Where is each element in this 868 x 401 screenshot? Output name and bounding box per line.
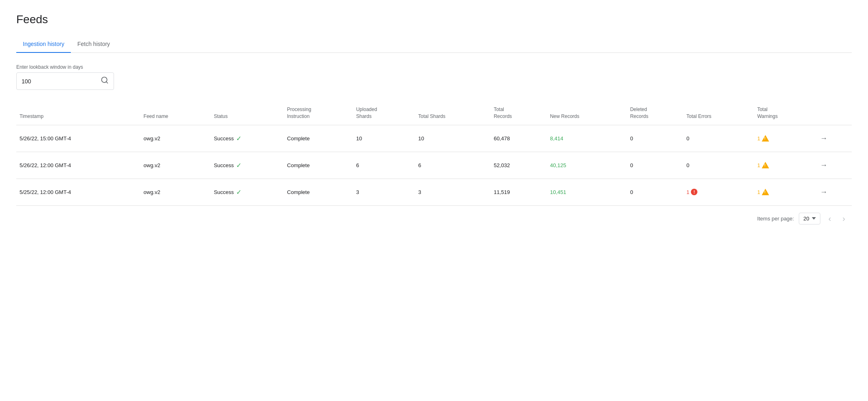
table-row: 5/26/22, 15:00 GMT-4owg.v2Success✓Comple… [16, 125, 852, 152]
items-per-page-value: 20 [803, 216, 809, 222]
col-header-action [815, 103, 852, 125]
cell-total-errors: 1 ! [683, 179, 754, 205]
check-icon: ✓ [236, 161, 241, 169]
svg-line-1 [106, 82, 108, 83]
error-icon: ! [691, 189, 697, 195]
cell-action: → [815, 179, 852, 205]
cell-uploaded-shards: 10 [353, 125, 415, 152]
cell-action: → [815, 152, 852, 179]
cell-feed-name: owg.v2 [140, 179, 211, 205]
tab-ingestion-history[interactable]: Ingestion history [16, 36, 71, 53]
cell-total-warnings: 1 ! [754, 179, 815, 205]
cell-total-shards: 6 [415, 152, 490, 179]
col-header-new-records: New Records [547, 103, 627, 125]
cell-total-errors: 0 [683, 152, 754, 179]
search-input[interactable] [22, 78, 101, 85]
cell-deleted-records: 0 [627, 125, 683, 152]
new-records-value: 10,451 [550, 189, 566, 195]
warning-icon: ! [762, 162, 769, 168]
col-header-total-shards: Total Shards [415, 103, 490, 125]
prev-page-button[interactable]: ‹ [825, 212, 835, 225]
warning-count: 1 [757, 135, 760, 142]
cell-feed-name: owg.v2 [140, 125, 211, 152]
items-per-page-select[interactable]: 20 [799, 213, 820, 224]
status-text: Success [214, 135, 234, 142]
table-row: 5/25/22, 12:00 GMT-4owg.v2Success✓Comple… [16, 179, 852, 205]
next-page-button[interactable]: › [839, 212, 848, 225]
warning-icon: ! [762, 135, 769, 142]
col-header-status: Status [210, 103, 284, 125]
check-icon: ✓ [236, 188, 241, 196]
new-records-value: 40,125 [550, 162, 566, 168]
cell-deleted-records: 0 [627, 179, 683, 205]
status-text: Success [214, 189, 234, 195]
cell-total-shards: 10 [415, 125, 490, 152]
cell-uploaded-shards: 3 [353, 179, 415, 205]
col-header-feed-name: Feed name [140, 103, 211, 125]
cell-total-errors: 0 [683, 125, 754, 152]
search-label: Enter lookback window in days [16, 64, 852, 70]
tabs-container: Ingestion history Fetch history [16, 36, 852, 53]
cell-total-shards: 3 [415, 179, 490, 205]
error-count: 1 [686, 189, 689, 195]
ingestion-table: Timestamp Feed name Status ProcessingIns… [16, 103, 852, 206]
chevron-down-icon [812, 217, 816, 220]
cell-total-records: 52,032 [491, 152, 547, 179]
cell-processing-instruction: Complete [284, 152, 353, 179]
table-header-row: Timestamp Feed name Status ProcessingIns… [16, 103, 852, 125]
row-detail-button[interactable]: → [818, 186, 829, 198]
cell-new-records: 10,451 [547, 179, 627, 205]
main-page: Feeds Ingestion history Fetch history En… [0, 0, 868, 244]
col-header-timestamp: Timestamp [16, 103, 140, 125]
cell-timestamp: 5/25/22, 12:00 GMT-4 [16, 179, 140, 205]
cell-total-records: 60,478 [491, 125, 547, 152]
cell-feed-name: owg.v2 [140, 152, 211, 179]
cell-total-warnings: 1 ! [754, 152, 815, 179]
pagination: Items per page: 20 ‹ › [16, 206, 852, 231]
cell-status: Success✓ [210, 152, 284, 179]
col-header-processing-instruction: ProcessingInstruction [284, 103, 353, 125]
cell-status: Success✓ [210, 179, 284, 205]
search-section: Enter lookback window in days [16, 64, 852, 90]
col-header-deleted-records: DeletedRecords [627, 103, 683, 125]
col-header-total-errors: Total Errors [683, 103, 754, 125]
table-row: 5/26/22, 12:00 GMT-4owg.v2Success✓Comple… [16, 152, 852, 179]
items-per-page-label: Items per page: [757, 216, 794, 222]
tab-fetch-history[interactable]: Fetch history [71, 36, 116, 53]
check-icon: ✓ [236, 135, 241, 142]
warning-icon: ! [762, 189, 769, 195]
page-title: Feeds [16, 13, 852, 26]
cell-uploaded-shards: 6 [353, 152, 415, 179]
warning-count: 1 [757, 189, 760, 195]
col-header-total-warnings: TotalWarnings [754, 103, 815, 125]
new-records-value: 8,414 [550, 135, 563, 142]
cell-processing-instruction: Complete [284, 179, 353, 205]
status-text: Success [214, 162, 234, 168]
search-box [16, 72, 114, 90]
cell-new-records: 40,125 [547, 152, 627, 179]
cell-new-records: 8,414 [547, 125, 627, 152]
row-detail-button[interactable]: → [818, 159, 829, 171]
row-detail-button[interactable]: → [818, 133, 829, 144]
col-header-total-records: TotalRecords [491, 103, 547, 125]
cell-total-warnings: 1 ! [754, 125, 815, 152]
cell-total-records: 11,519 [491, 179, 547, 205]
col-header-uploaded-shards: UploadedShards [353, 103, 415, 125]
warning-count: 1 [757, 162, 760, 168]
cell-deleted-records: 0 [627, 152, 683, 179]
cell-timestamp: 5/26/22, 15:00 GMT-4 [16, 125, 140, 152]
cell-timestamp: 5/26/22, 12:00 GMT-4 [16, 152, 140, 179]
cell-status: Success✓ [210, 125, 284, 152]
cell-action: → [815, 125, 852, 152]
cell-processing-instruction: Complete [284, 125, 353, 152]
search-icon[interactable] [101, 76, 109, 86]
